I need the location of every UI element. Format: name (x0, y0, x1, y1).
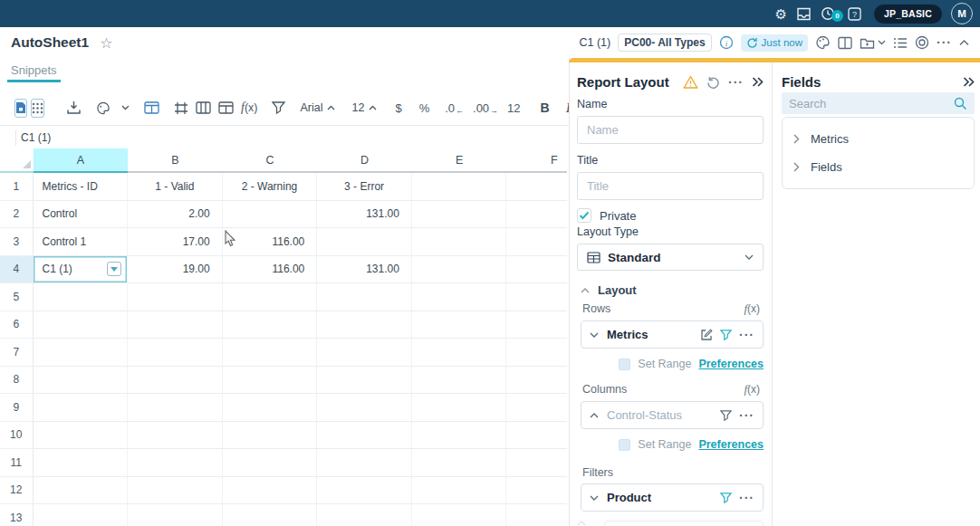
cell-D12[interactable] (317, 477, 412, 505)
fields-tree-item-metrics[interactable]: Metrics (783, 125, 974, 153)
cell-C13[interactable] (223, 504, 318, 526)
row-header-13[interactable]: 13 (0, 504, 34, 526)
cell-C2[interactable] (223, 201, 318, 229)
rows-field-metrics[interactable]: Metrics ··· (581, 320, 764, 349)
more-options-icon[interactable]: ··· (937, 35, 952, 50)
cell-A13[interactable] (34, 504, 129, 526)
cell-E5[interactable] (412, 283, 507, 311)
cell-F13[interactable] (506, 504, 567, 526)
inbox-icon[interactable] (796, 7, 812, 21)
column-header-C[interactable]: C (223, 148, 318, 173)
cell-F5[interactable] (506, 283, 567, 311)
cell-D11[interactable] (317, 449, 412, 477)
warning-icon[interactable] (683, 75, 698, 89)
refresh-status[interactable]: Just now (741, 34, 808, 52)
fields-search[interactable] (782, 92, 975, 114)
cell-A4[interactable]: C1 (1) (34, 256, 129, 284)
percent-format-icon[interactable]: % (419, 97, 430, 119)
cell-B5[interactable] (128, 283, 223, 311)
cell-C8[interactable] (223, 367, 318, 395)
cell-A1[interactable]: Metrics - ID (34, 173, 129, 201)
cell-F10[interactable] (506, 422, 567, 450)
cell-E1[interactable] (412, 173, 507, 201)
download-icon[interactable] (66, 97, 82, 119)
cell-D10[interactable] (317, 422, 412, 450)
row-header-8[interactable]: 8 (0, 367, 34, 395)
cell-A2[interactable]: Control (34, 201, 129, 229)
cell-C4[interactable]: 116.00 (223, 256, 318, 284)
theme-chevron-icon[interactable] (121, 97, 130, 119)
cell-dropdown-button[interactable] (107, 262, 121, 276)
report-layout-more-icon[interactable]: ··· (728, 75, 744, 90)
cell-F1[interactable] (506, 173, 567, 201)
cell-D9[interactable] (317, 394, 412, 422)
columns-set-range-checkbox[interactable] (619, 439, 630, 451)
columns-formula-icon[interactable]: f(x) (744, 382, 764, 397)
row-header-6[interactable]: 6 (0, 311, 34, 340)
print-area-icon[interactable] (174, 97, 188, 119)
cell-F6[interactable] (506, 311, 567, 340)
row-header-4[interactable]: 4 (0, 256, 34, 284)
row-header-12[interactable]: 12 (0, 477, 34, 505)
cell-A12[interactable] (34, 477, 129, 505)
row-header-5[interactable]: 5 (0, 283, 34, 311)
row-header-9[interactable]: 9 (0, 394, 34, 422)
cell-B9[interactable] (128, 394, 223, 422)
target-icon[interactable] (915, 35, 929, 50)
cell-A5[interactable] (34, 283, 129, 311)
row-header-3[interactable]: 3 (0, 228, 34, 256)
decrease-decimal-icon[interactable]: .0← (445, 97, 464, 119)
dataset-selector[interactable]: PC00- All Types (618, 33, 711, 52)
cell-A6[interactable] (34, 311, 129, 340)
info-icon[interactable]: i (719, 35, 734, 50)
cell-F4[interactable] (506, 256, 567, 284)
grid-select-all-corner[interactable] (0, 148, 34, 173)
cell-C5[interactable] (223, 283, 318, 311)
row-header-2[interactable]: 2 (0, 201, 34, 229)
cell-B10[interactable] (128, 422, 223, 450)
number-format-icon[interactable]: 12 (507, 97, 520, 119)
cell-E2[interactable] (412, 201, 507, 229)
cell-B7[interactable] (128, 339, 223, 367)
cell-E12[interactable] (412, 477, 507, 505)
cell-F12[interactable] (506, 477, 567, 505)
cell-E7[interactable] (412, 339, 507, 367)
fields-search-input[interactable] (789, 97, 954, 110)
cell-B2[interactable]: 2.00 (128, 201, 223, 229)
title-input[interactable] (577, 172, 764, 200)
column-header-A[interactable]: A (34, 148, 129, 173)
rows-preferences-link[interactable]: Preferences (698, 358, 764, 370)
cell-D13[interactable] (317, 504, 412, 526)
bold-button[interactable]: B (541, 97, 550, 119)
cell-A8[interactable] (34, 367, 129, 395)
grid-view-icon[interactable] (31, 99, 44, 118)
layout-type-select[interactable]: Standard (577, 244, 764, 271)
cell-D5[interactable] (317, 283, 412, 311)
cell-B12[interactable] (128, 477, 223, 505)
column-header-B[interactable]: B (128, 148, 223, 173)
cell-B1[interactable]: 1 - Valid (128, 173, 223, 201)
cell-D3[interactable] (317, 228, 412, 256)
layout-section-caret-icon[interactable] (581, 288, 590, 293)
row-layout-icon[interactable] (218, 97, 234, 119)
cell-D2[interactable]: 131.00 (317, 201, 412, 229)
cell-E6[interactable] (412, 311, 507, 340)
cell-A9[interactable] (34, 394, 129, 422)
column-header-D[interactable]: D (317, 148, 412, 173)
columns-preferences-link[interactable]: Preferences (698, 438, 764, 451)
cell-C3[interactable]: 116.00 (223, 228, 318, 256)
cell-B6[interactable] (128, 311, 223, 340)
formula-icon[interactable]: f(x) (241, 97, 257, 119)
cell-C1[interactable]: 2 - Warning (223, 173, 318, 201)
row-header-11[interactable]: 11 (0, 449, 34, 477)
cell-B3[interactable]: 17.00 (128, 228, 223, 256)
cell-D4[interactable]: 131.00 (317, 256, 412, 284)
column-layout-icon[interactable] (196, 97, 211, 119)
font-family-select[interactable]: Arial (300, 97, 335, 119)
collapse-chevron-icon[interactable] (959, 40, 969, 46)
cell-A10[interactable] (34, 422, 129, 450)
filter-icon[interactable] (272, 97, 285, 119)
cell-A3[interactable]: Control 1 (34, 228, 129, 256)
theme-icon[interactable] (96, 97, 110, 119)
currency-format-icon[interactable]: $ (395, 97, 401, 119)
